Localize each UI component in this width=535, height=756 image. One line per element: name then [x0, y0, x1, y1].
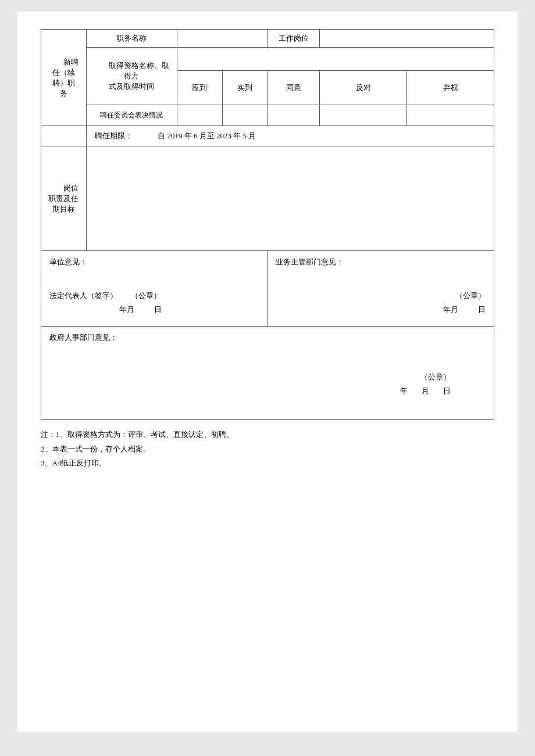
- duty-label: 岗位职责及任 期目标: [41, 146, 87, 251]
- unit-opinion-cell: 单位意见： 法定代表人（签字） （公章） 年月 日: [41, 251, 268, 327]
- unit-sig-area: 法定代表人（签字） （公章） 年月 日: [49, 291, 259, 315]
- year-month-2: 年月: [443, 304, 458, 315]
- gov-opinion-label: 政府人事部门意见：: [49, 332, 486, 343]
- new-hire-label: 新聘 任（续聘）职 务: [41, 30, 87, 126]
- gov-sig-area: （公章） 年 月 日: [49, 372, 486, 396]
- gong-zhang-3: （公章）: [420, 372, 451, 381]
- biz-sig-area: （公章） 年月 日: [276, 291, 486, 315]
- header-row: 新聘 任（续聘）职 务 职务名称 工作岗位: [41, 30, 494, 48]
- committee-label: 聘任委员会表决情况: [86, 105, 177, 126]
- qual-row: 取得资格名称、取得方 式及取得时间: [41, 48, 494, 71]
- day-2: 日: [478, 304, 486, 315]
- qiquan-value: [407, 105, 494, 126]
- work-post-value: [320, 30, 494, 48]
- shidao-label: 实到: [222, 71, 268, 105]
- vote-values-row: 聘任委员会表决情况: [41, 105, 494, 126]
- fandui-label: 反对: [320, 71, 407, 105]
- footer-note-2: 2、本表一式一份，存个人档案。: [41, 442, 494, 457]
- year-month-1: 年月: [119, 304, 134, 315]
- qual-value: [177, 48, 494, 71]
- yingdao-value: [177, 105, 222, 126]
- term-content: 聘任期限： 自 2019 年 6 月至 2023 年 5 月: [86, 126, 494, 146]
- tongyi-label: 同意: [268, 71, 320, 105]
- date-line-1: 年月 日: [119, 304, 259, 315]
- yingdao-label: 应到: [177, 71, 222, 105]
- legal-rep-label: 法定代表人（签字）: [49, 291, 117, 300]
- qual-label: 取得资格名称、取得方 式及取得时间: [86, 48, 177, 105]
- gov-row: 政府人事部门意见： （公章） 年 月 日: [41, 327, 494, 420]
- day-3: 日: [443, 386, 451, 396]
- qiquan-label: 弃权: [407, 71, 494, 105]
- opinion-row: 单位意见： 法定代表人（签字） （公章） 年月 日 业务主管部门意见： （公章）…: [41, 251, 494, 327]
- biz-opinion-cell: 业务主管部门意见： （公章） 年月 日: [268, 251, 494, 327]
- gong-zhang-2: （公章）: [455, 291, 486, 300]
- gov-date-line: 年 月 日: [49, 386, 451, 396]
- month-3: 月: [422, 386, 429, 396]
- main-table: 新聘 任（续聘）职 务 职务名称 工作岗位 取得资格名称、取得方 式及取得时间 …: [41, 29, 494, 420]
- gov-opinion-cell: 政府人事部门意见： （公章） 年 月 日: [41, 327, 494, 420]
- position-name-label: 职务名称: [86, 30, 177, 48]
- gong-zhang-1: （公章）: [131, 291, 161, 300]
- position-name-value: [177, 30, 268, 48]
- duty-row: 岗位职责及任 期目标: [41, 146, 494, 251]
- work-post-label: 工作岗位: [268, 30, 320, 48]
- shidao-value: [222, 105, 268, 126]
- term-label-cell: [41, 126, 87, 146]
- tongyi-value: [268, 105, 320, 126]
- term-row: 聘任期限： 自 2019 年 6 月至 2023 年 5 月: [41, 126, 494, 146]
- footer-note-3: 3、A4纸正反打印。: [41, 456, 494, 471]
- year-3: 年: [400, 386, 408, 396]
- date-line-2: 年月 日: [276, 304, 486, 315]
- biz-opinion-label: 业务主管部门意见：: [276, 257, 486, 267]
- day-1: 日: [154, 304, 162, 315]
- unit-opinion-label: 单位意见：: [49, 257, 259, 267]
- duty-content: [86, 146, 494, 251]
- page: 新聘 任（续聘）职 务 职务名称 工作岗位 取得资格名称、取得方 式及取得时间 …: [17, 12, 518, 732]
- footer-notes: 注：1、取得资格方式为：评审、考试、直接认定、初聘。 2、本表一式一份，存个人档…: [41, 428, 494, 471]
- footer-note-1: 注：1、取得资格方式为：评审、考试、直接认定、初聘。: [41, 428, 494, 442]
- fandui-value: [320, 105, 407, 126]
